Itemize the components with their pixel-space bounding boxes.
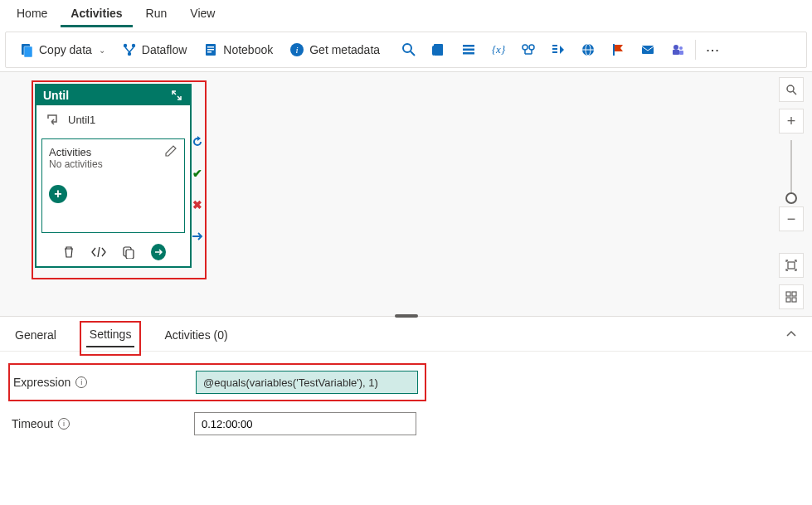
notebook-label: Notebook	[223, 43, 273, 56]
svg-rect-8	[207, 51, 212, 53]
svg-rect-16	[463, 52, 474, 55]
delete-icon[interactable]	[61, 245, 76, 260]
expand-icon[interactable]	[172, 90, 183, 101]
panel-tab-general[interactable]: General	[12, 325, 60, 352]
tab-home[interactable]: Home	[7, 2, 57, 27]
info-icon[interactable]: i	[75, 376, 87, 388]
activities-toolbar: Copy data ⌄ Dataflow Notebook i Get meta…	[5, 32, 807, 68]
script-icon[interactable]	[431, 42, 446, 57]
svg-text:i: i	[296, 45, 299, 55]
svg-rect-6	[207, 46, 214, 48]
add-activity-button[interactable]: +	[49, 185, 67, 203]
highlight-settings-tab: Settings	[80, 321, 142, 356]
svg-rect-20	[552, 45, 557, 46]
svg-rect-37	[786, 292, 790, 296]
search-icon[interactable]	[401, 42, 416, 57]
zoom-slider-thumb[interactable]	[785, 192, 797, 204]
code-icon[interactable]	[91, 245, 106, 260]
toolbar-separator	[695, 40, 696, 60]
get-metadata-icon: i	[289, 42, 304, 57]
dataflow-label: Dataflow	[142, 43, 187, 56]
flag-icon[interactable]	[610, 42, 625, 57]
expression-label: Expression	[13, 376, 71, 389]
svg-text:{x}: {x}	[492, 43, 506, 56]
minimap-icon[interactable]	[779, 284, 804, 309]
svg-line-12	[411, 51, 415, 56]
settings-panel-body: Expression i Timeout i	[0, 352, 812, 451]
port-success-icon[interactable]: ✔	[191, 167, 204, 180]
lookup-icon[interactable]	[521, 42, 536, 57]
panel-tab-settings[interactable]: Settings	[86, 324, 135, 347]
copy-data-label: Copy data	[39, 43, 92, 56]
highlight-activity-box: Until Until1 Activities No activities +	[32, 80, 207, 279]
svg-point-3	[132, 44, 135, 47]
highlight-expression-row: Expression i	[8, 363, 426, 401]
edit-icon[interactable]	[164, 144, 177, 160]
tab-run[interactable]: Run	[136, 2, 177, 27]
inner-activities-sub: No activities	[49, 158, 177, 170]
get-metadata-button[interactable]: i Get metadata	[284, 39, 385, 61]
list-icon[interactable]	[461, 42, 476, 57]
zoom-in-icon[interactable]: +	[779, 109, 804, 134]
toolbar-icon-row: {x}	[401, 42, 685, 57]
collapse-panel-icon[interactable]	[785, 328, 797, 342]
svg-rect-7	[207, 49, 214, 51]
top-tabs: Home Activities Run View	[0, 0, 812, 30]
info-icon[interactable]: i	[58, 418, 70, 430]
svg-rect-38	[792, 292, 796, 296]
expression-label-cell: Expression i	[13, 376, 196, 389]
variable-icon[interactable]: {x}	[491, 42, 506, 57]
activity-header: Until	[36, 85, 190, 105]
timeout-input[interactable]	[194, 412, 416, 435]
svg-rect-13	[434, 44, 443, 56]
until-activity-card[interactable]: Until Until1 Activities No activities +	[35, 84, 192, 268]
svg-rect-33	[126, 250, 134, 259]
dataflow-button[interactable]: Dataflow	[117, 39, 192, 61]
zoom-out-icon[interactable]: −	[779, 206, 804, 231]
copy-icon[interactable]	[121, 245, 136, 260]
port-retry-icon[interactable]	[191, 135, 204, 148]
svg-rect-1	[24, 46, 32, 57]
activity-type-label: Until	[43, 89, 69, 102]
activity-name: Until1	[68, 114, 95, 126]
run-icon[interactable]	[151, 245, 166, 260]
port-skip-icon[interactable]	[191, 230, 204, 243]
svg-point-2	[124, 44, 127, 47]
teams-icon[interactable]	[670, 42, 685, 57]
svg-point-18	[523, 45, 528, 50]
properties-panel-tabs: General Settings Activities (0)	[0, 320, 812, 352]
timeout-label-cell: Timeout i	[12, 417, 194, 430]
port-fail-icon[interactable]: ✖	[191, 198, 204, 211]
svg-rect-39	[786, 298, 790, 302]
activity-title-row: Until1	[36, 105, 190, 134]
copy-data-button[interactable]: Copy data ⌄	[14, 39, 110, 61]
svg-rect-40	[792, 298, 796, 302]
svg-rect-26	[613, 44, 615, 56]
svg-rect-15	[463, 49, 474, 51]
svg-rect-21	[552, 48, 557, 50]
copy-data-icon	[19, 42, 34, 57]
svg-point-4	[128, 52, 131, 56]
svg-point-29	[679, 46, 683, 50]
fit-screen-icon[interactable]	[779, 253, 804, 278]
canvas-search-icon[interactable]	[779, 77, 804, 102]
activity-footer	[36, 240, 190, 266]
pipeline-canvas[interactable]: Until Until1 Activities No activities +	[0, 71, 812, 317]
timeout-row: Timeout i	[12, 408, 800, 439]
dataflow-icon	[122, 42, 137, 57]
until-loop-icon	[45, 112, 60, 127]
tab-view[interactable]: View	[180, 2, 225, 27]
inner-activities-box[interactable]: Activities No activities +	[41, 138, 185, 233]
zoom-slider[interactable]	[790, 140, 792, 200]
web-icon[interactable]	[581, 42, 596, 57]
tab-activities[interactable]: Activities	[61, 2, 132, 27]
expression-input[interactable]	[196, 371, 418, 394]
svg-rect-27	[642, 46, 654, 54]
get-metadata-label: Get metadata	[309, 43, 380, 56]
mail-icon[interactable]	[640, 42, 655, 57]
indent-icon[interactable]	[551, 42, 566, 57]
panel-tab-activities[interactable]: Activities (0)	[161, 325, 231, 352]
notebook-button[interactable]: Notebook	[198, 39, 278, 61]
more-icon[interactable]: ···	[706, 42, 721, 57]
canvas-side-controls: + −	[779, 77, 804, 309]
